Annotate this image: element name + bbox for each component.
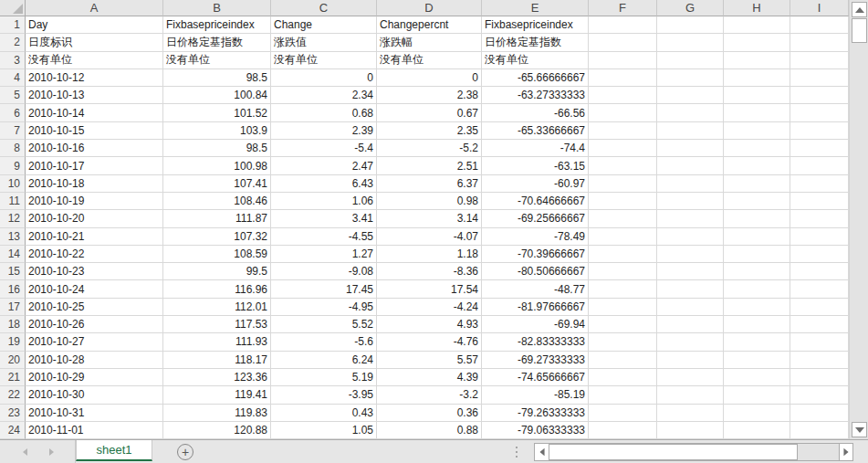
cell-C22[interactable]: -3.95 <box>271 386 377 404</box>
cell-F15[interactable] <box>589 263 657 280</box>
cell-H12[interactable] <box>724 210 790 227</box>
cell-H24[interactable] <box>724 422 790 439</box>
cell-E24[interactable]: -79.06333333 <box>482 422 589 439</box>
cell-C3[interactable]: 没有单位 <box>271 52 377 69</box>
cell-F9[interactable] <box>589 157 657 174</box>
cell-A6[interactable]: 2010-10-14 <box>26 104 163 121</box>
cell-C12[interactable]: 3.41 <box>271 210 377 227</box>
row-header-9[interactable]: 9 <box>0 157 26 174</box>
select-all-button[interactable] <box>0 0 26 16</box>
column-header-G[interactable]: G <box>657 0 724 16</box>
cell-I15[interactable] <box>790 263 849 280</box>
cell-G23[interactable] <box>657 405 724 422</box>
cell-E23[interactable]: -79.26333333 <box>482 405 589 422</box>
cell-C9[interactable]: 2.47 <box>271 157 377 174</box>
cell-E20[interactable]: -69.27333333 <box>482 352 589 369</box>
cell-B2[interactable]: 日价格定基指数 <box>163 34 271 51</box>
row-header-24[interactable]: 24 <box>0 422 26 439</box>
cell-B9[interactable]: 100.98 <box>163 157 271 174</box>
cell-B23[interactable]: 119.83 <box>163 405 271 422</box>
cell-E2[interactable]: 日价格定基指数 <box>482 34 589 51</box>
cell-F13[interactable] <box>589 228 657 246</box>
cell-F1[interactable] <box>589 16 657 34</box>
cell-F19[interactable] <box>589 333 657 351</box>
scroll-up-button[interactable] <box>852 2 867 17</box>
cell-G21[interactable] <box>657 369 724 386</box>
column-header-F[interactable]: F <box>589 0 657 16</box>
cell-H9[interactable] <box>724 157 790 174</box>
cell-G12[interactable] <box>657 210 724 227</box>
cell-G15[interactable] <box>657 263 724 280</box>
cell-C5[interactable]: 2.34 <box>271 87 377 104</box>
cell-H20[interactable] <box>724 352 790 369</box>
cell-D6[interactable]: 0.67 <box>377 104 482 121</box>
column-header-I[interactable]: I <box>790 0 849 16</box>
cell-A18[interactable]: 2010-10-26 <box>26 316 163 333</box>
cell-E1[interactable]: Fixbasepriceindex <box>482 16 589 34</box>
cell-D20[interactable]: 5.57 <box>377 352 482 369</box>
vertical-scroll-thumb[interactable] <box>852 18 867 43</box>
cell-C15[interactable]: -9.08 <box>271 263 377 280</box>
cell-I13[interactable] <box>790 228 849 246</box>
cell-B16[interactable]: 116.96 <box>163 280 271 298</box>
cell-D13[interactable]: -4.07 <box>377 228 482 246</box>
cell-D22[interactable]: -3.2 <box>377 386 482 404</box>
cell-H2[interactable] <box>724 34 790 51</box>
cell-F3[interactable] <box>589 52 657 69</box>
cell-D5[interactable]: 2.38 <box>377 87 482 104</box>
tab-nav-right-icon[interactable] <box>49 448 54 456</box>
cell-A3[interactable]: 没有单位 <box>26 52 163 69</box>
cell-C13[interactable]: -4.55 <box>271 228 377 246</box>
cell-D14[interactable]: 1.18 <box>377 246 482 263</box>
cell-F12[interactable] <box>589 210 657 227</box>
cell-D4[interactable]: 0 <box>377 69 482 87</box>
cell-B5[interactable]: 100.84 <box>163 87 271 104</box>
cell-E18[interactable]: -69.94 <box>482 316 589 333</box>
cell-D16[interactable]: 17.54 <box>377 280 482 298</box>
cell-E3[interactable]: 没有单位 <box>482 52 589 69</box>
cell-F18[interactable] <box>589 316 657 333</box>
cell-A23[interactable]: 2010-10-31 <box>26 405 163 422</box>
cell-C1[interactable]: Change <box>271 16 377 34</box>
cell-I3[interactable] <box>790 52 849 69</box>
row-header-7[interactable]: 7 <box>0 122 26 140</box>
column-header-B[interactable]: B <box>163 0 271 16</box>
cell-H3[interactable] <box>724 52 790 69</box>
row-header-8[interactable]: 8 <box>0 140 26 157</box>
cell-A10[interactable]: 2010-10-18 <box>26 175 163 193</box>
cell-H6[interactable] <box>724 104 790 121</box>
cell-D1[interactable]: Changepercnt <box>377 16 482 34</box>
column-header-A[interactable]: A <box>26 0 163 16</box>
row-header-3[interactable]: 3 <box>0 52 26 69</box>
cell-G4[interactable] <box>657 69 724 87</box>
cell-H17[interactable] <box>724 299 790 316</box>
cell-B3[interactable]: 没有单位 <box>163 52 271 69</box>
cell-I9[interactable] <box>790 157 849 174</box>
row-header-23[interactable]: 23 <box>0 405 26 422</box>
add-sheet-button[interactable]: + <box>177 444 193 460</box>
row-header-16[interactable]: 16 <box>0 280 26 298</box>
cell-B1[interactable]: Fixbasepriceindex <box>163 16 271 34</box>
cell-A15[interactable]: 2010-10-23 <box>26 263 163 280</box>
cell-F11[interactable] <box>589 193 657 210</box>
cell-D19[interactable]: -4.76 <box>377 333 482 351</box>
cell-B10[interactable]: 107.41 <box>163 175 271 193</box>
cell-A8[interactable]: 2010-10-16 <box>26 140 163 157</box>
cell-D12[interactable]: 3.14 <box>377 210 482 227</box>
cell-G13[interactable] <box>657 228 724 246</box>
cell-F21[interactable] <box>589 369 657 386</box>
row-header-19[interactable]: 19 <box>0 333 26 351</box>
cell-G1[interactable] <box>657 16 724 34</box>
cell-E17[interactable]: -81.97666667 <box>482 299 589 316</box>
cell-F2[interactable] <box>589 34 657 51</box>
cell-B24[interactable]: 120.88 <box>163 422 271 439</box>
cell-I12[interactable] <box>790 210 849 227</box>
cell-G9[interactable] <box>657 157 724 174</box>
cell-E11[interactable]: -70.64666667 <box>482 193 589 210</box>
cell-I5[interactable] <box>790 87 849 104</box>
cell-E19[interactable]: -82.83333333 <box>482 333 589 351</box>
cell-A4[interactable]: 2010-10-12 <box>26 69 163 87</box>
cell-C2[interactable]: 涨跌值 <box>271 34 377 51</box>
cell-H19[interactable] <box>724 333 790 351</box>
cell-F20[interactable] <box>589 352 657 369</box>
